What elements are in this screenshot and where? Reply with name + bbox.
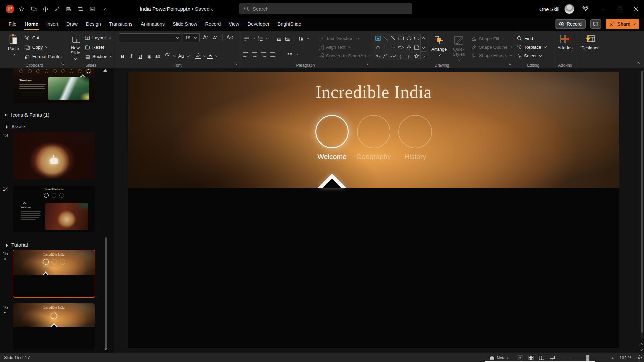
document-title[interactable]: India PowerPoint.pptx • Saved [140,0,214,18]
paragraph-dialog-launcher[interactable] [365,61,369,67]
align-left-button[interactable] [243,52,249,57]
restore-button[interactable] [612,0,628,18]
align-right-button[interactable] [261,52,267,57]
close-button[interactable] [628,0,644,18]
nav-circle-geography[interactable] [357,115,390,148]
shape-arrow-icon[interactable] [390,35,396,41]
next-slide-button[interactable] [639,347,644,352]
highlight-color-button[interactable] [194,53,202,59]
tab-view[interactable]: View [225,18,243,31]
thumbnail-slide-14[interactable]: Incredible India Welcome [13,186,95,232]
bold-button[interactable]: B [119,52,127,60]
clipboard-dialog-launcher[interactable] [61,61,64,67]
zoom-in-button[interactable]: + [611,355,614,361]
addins-button[interactable]: Add-ins [556,33,574,62]
underline-button[interactable]: U [136,52,144,60]
tab-record[interactable]: Record [201,18,225,31]
align-text-button[interactable]: Align Text [317,43,373,51]
nav-label-history[interactable]: History [388,153,442,161]
thumbnail-slide-16[interactable]: Incredible India [13,303,95,350]
share-button[interactable]: Share [606,19,639,29]
align-objects-icon[interactable] [65,5,72,13]
quick-styles-button[interactable]: QuickStyles [451,34,466,60]
bullets-button[interactable] [243,34,256,43]
tab-animations[interactable]: Animations [137,18,169,31]
tab-developer[interactable]: Developer [244,18,274,31]
thumbnail-slide-tourism[interactable]: Tourism [13,68,95,103]
slide-sorter-view-button[interactable] [528,355,534,360]
thumbnail-slide-15-selected[interactable]: Incredible India [13,250,95,298]
fit-slide-to-window-button[interactable] [636,355,642,361]
cut-button[interactable]: Cut [22,33,64,42]
user-name[interactable]: One Skill [539,6,559,12]
shape-triangle-icon[interactable] [375,44,381,50]
move-object-icon[interactable] [42,5,49,13]
shapes-scroll-up[interactable] [421,34,427,43]
shapes-scroll-down[interactable] [421,43,427,52]
gradient-fill-icon[interactable] [53,5,61,13]
shape-right-arrow-icon[interactable] [398,44,404,50]
shapes-gallery[interactable]: A { [374,34,421,60]
tab-slide-show[interactable]: Slide Show [169,18,201,31]
minimize-button[interactable] [596,0,612,18]
zoom-level[interactable]: 102 % [620,356,631,360]
search-input[interactable] [253,6,408,12]
shape-oval-icon[interactable] [406,35,412,41]
premium-gem-icon[interactable] [582,5,589,13]
collapse-ribbon-button[interactable] [637,60,639,66]
tab-transitions[interactable]: Transitions [105,18,137,31]
select-button[interactable]: Select [515,52,548,60]
nav-circle-history[interactable] [398,115,432,148]
shape-textbox-icon[interactable]: A [375,35,381,41]
shape-star-icon[interactable] [414,53,420,59]
tab-file[interactable]: File [5,18,20,31]
avatar[interactable] [564,4,574,14]
font-name-combo[interactable] [119,33,181,42]
reading-view-button[interactable] [539,355,545,360]
grow-font-button[interactable]: Aˆ [201,33,209,42]
columns-button[interactable] [286,50,299,59]
tab-draw[interactable]: Draw [62,18,82,31]
section-icons-fonts[interactable]: Icons & Fonts (1) [5,112,49,118]
shrink-font-button[interactable]: Aˇ [211,33,219,42]
shape-left-brace-icon[interactable]: { [398,53,404,59]
slide-title[interactable]: Incredible India [128,82,619,102]
comments-button[interactable] [590,19,601,29]
favorites-star-icon[interactable] [18,5,25,13]
font-color-button[interactable]: A [206,53,214,59]
shapes-more-button[interactable] [421,52,427,60]
shape-effects-button[interactable]: Shape Effects [469,51,515,60]
shape-outline-button[interactable]: Shape Outline [469,43,515,51]
numbering-button[interactable]: 123 [257,34,269,43]
shape-curve-icon[interactable] [390,53,396,59]
font-name-input[interactable] [121,35,176,40]
designer-button[interactable]: Designer [580,33,600,62]
shape-rectangle-icon[interactable] [398,35,404,41]
decrease-indent-button[interactable] [275,34,283,43]
zoom-slider[interactable] [570,358,606,358]
slide-editing-surface[interactable]: Incredible India Welcome Geography Histo… [128,72,619,348]
tab-home[interactable]: Home [20,18,42,31]
shape-line-icon[interactable] [383,35,389,41]
replace-button[interactable]: bc Replace [515,43,548,51]
tab-brightslide[interactable]: BrightSlide [274,18,305,31]
panel-scroll-up-icon[interactable] [103,69,107,72]
notes-button[interactable]: Notes [489,356,508,360]
normal-view-button[interactable] [518,355,523,360]
text-shadow-button[interactable]: S [145,52,153,60]
slide-number-indicator[interactable]: Slide 15 of 17 [4,355,30,360]
zoom-slider-thumb[interactable] [586,355,589,361]
section-button[interactable]: Section [83,52,114,61]
shape-right-brace-icon[interactable]: } [406,53,412,59]
section-tutorial[interactable]: Tutorial [5,242,28,248]
character-spacing-button[interactable]: AV↔ [162,52,172,60]
slide-15-animation-icon[interactable]: ✶ [3,257,6,261]
strikethrough-button[interactable]: ab [154,52,162,60]
shape-arc-icon[interactable] [383,53,389,59]
new-slide-button[interactable]: NewSlide [68,33,83,62]
customize-qat-chevron-icon[interactable] [100,5,108,13]
search-box[interactable] [239,3,412,14]
font-size-combo[interactable] [183,33,200,42]
reset-button[interactable]: Reset [83,43,114,52]
canvas-scrollbar[interactable] [641,70,643,339]
